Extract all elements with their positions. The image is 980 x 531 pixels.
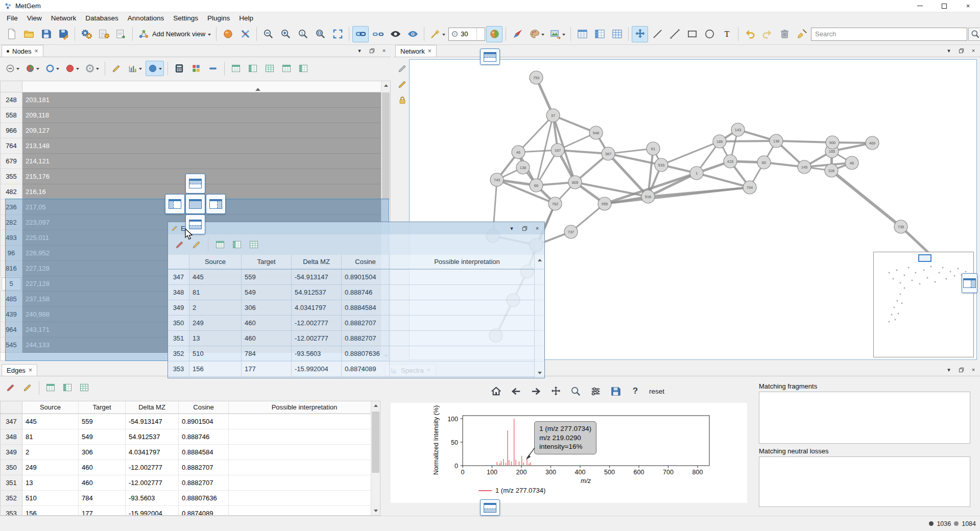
target-cell[interactable]: 306	[242, 300, 292, 316]
add-table-button[interactable]	[574, 26, 590, 42]
dock-float-button[interactable]	[957, 366, 965, 374]
floating-table-row[interactable]: 352 510 784 -93.5603 0.88807636	[168, 346, 544, 361]
dock-close-button[interactable]: ×	[380, 46, 388, 55]
table-view-5-button[interactable]	[296, 61, 311, 76]
forward-button[interactable]	[528, 383, 544, 399]
interpretation-cell[interactable]	[390, 316, 544, 331]
dock-indicator-left[interactable]	[165, 194, 185, 214]
edges-table-row[interactable]: 352 510 784 -93.5603 0.88807636	[1, 491, 380, 506]
magic-selection-button[interactable]	[427, 26, 447, 42]
nodes-table-row[interactable]: 558 209,118	[1, 108, 390, 123]
dock-indicator-top[interactable]	[185, 174, 205, 194]
matching-fragments-box[interactable]	[759, 392, 970, 444]
matching-neutral-losses-box[interactable]	[759, 456, 970, 507]
delta-mz-cell[interactable]: -12.002777	[126, 475, 179, 491]
merge-table-button[interactable]	[591, 26, 608, 42]
row-header[interactable]: 352	[168, 346, 189, 361]
show-items-button[interactable]	[404, 26, 421, 42]
search-input[interactable]	[811, 28, 967, 41]
run-process-button[interactable]	[78, 26, 94, 42]
floating-table-row[interactable]: 351 13 460 -12.002777 0.8882707	[168, 331, 544, 346]
table-view-3-button[interactable]	[246, 237, 261, 252]
search-button[interactable]	[968, 28, 980, 41]
interpretation-cell[interactable]	[229, 460, 380, 475]
draw-text-button[interactable]	[719, 26, 735, 42]
edges-table-header[interactable]: Source Target Delta MZ Cosine Possible i…	[1, 401, 380, 414]
menu-help[interactable]: Help	[234, 13, 258, 23]
dock-close-button[interactable]: ×	[969, 46, 977, 55]
dock-indicator-right[interactable]	[206, 194, 226, 214]
dock-indicator-screen-right[interactable]	[962, 273, 977, 293]
nodes-table-row[interactable]: 679 214,121	[1, 154, 390, 169]
tools-button[interactable]	[237, 26, 253, 42]
interpretation-cell[interactable]	[390, 346, 544, 361]
menu-file[interactable]: File	[2, 13, 22, 23]
delta-mz-cell[interactable]: -12.002777	[292, 331, 342, 346]
table-view-2-button[interactable]	[60, 380, 75, 395]
target-cell[interactable]: 460	[242, 331, 292, 346]
pie-colors-button[interactable]	[23, 61, 41, 76]
row-header[interactable]: 353	[168, 361, 189, 377]
tab-network[interactable]: Network ×	[395, 45, 437, 57]
pan-mode-button[interactable]	[632, 26, 648, 42]
home-button[interactable]	[488, 383, 504, 399]
cosine-cell[interactable]: 0.8874089	[179, 506, 229, 516]
interpretation-cell[interactable]	[229, 414, 380, 429]
cosine-cell[interactable]: 0.8882707	[179, 475, 229, 491]
reset-button[interactable]: reset	[647, 388, 666, 395]
row-header[interactable]: 482	[1, 184, 22, 200]
interpretation-cell[interactable]	[390, 285, 544, 300]
cosine-cell[interactable]: 0.8901504	[179, 414, 229, 429]
cosine-cell[interactable]: 0.8901504	[342, 270, 390, 285]
row-header[interactable]: 349	[168, 300, 189, 316]
interpretation-cell[interactable]	[390, 361, 544, 377]
edit-pencil-button[interactable]	[395, 61, 410, 75]
fullscreen-button[interactable]	[329, 26, 346, 42]
floating-table-row[interactable]: 348 81 549 54.912537 0.888746	[168, 285, 544, 300]
back-button[interactable]	[508, 383, 524, 399]
save-project-button[interactable]	[38, 26, 54, 42]
cosine-cell[interactable]: 0.88807636	[179, 491, 229, 506]
source-cell[interactable]: 249	[22, 460, 79, 475]
edges-table-row[interactable]: 351 13 460 -12.002777 0.8882707	[1, 475, 380, 491]
mz-cell[interactable]: 213,148	[22, 138, 390, 154]
open-project-button[interactable]	[20, 26, 37, 42]
column-header-source[interactable]: Source	[22, 401, 79, 414]
export-table-button[interactable]	[609, 26, 625, 42]
dock-indicator-screen-bottom[interactable]	[480, 499, 500, 516]
delta-mz-cell[interactable]: -12.002777	[292, 316, 342, 331]
cosine-cell[interactable]: 0.8882707	[179, 460, 229, 475]
target-cell[interactable]: 559	[242, 270, 292, 285]
row-header[interactable]: 351	[1, 475, 22, 491]
floating-table-row[interactable]: 349 2 306 4.0341797 0.8884584	[168, 300, 544, 316]
row-header[interactable]: 558	[1, 108, 22, 123]
menu-network[interactable]: Network	[46, 13, 81, 23]
nodes-table-row[interactable]: 248 203,181	[1, 92, 390, 108]
set-node-size-button[interactable]	[83, 61, 101, 76]
floating-table-scrollbar[interactable]	[534, 255, 544, 378]
delta-mz-cell[interactable]: -12.002777	[126, 460, 179, 475]
mz-cell[interactable]: 209,127	[22, 123, 390, 138]
delta-mz-cell[interactable]: -15.992004	[292, 361, 342, 377]
scroll-up-icon[interactable]	[371, 401, 380, 410]
highlight-button[interactable]	[109, 61, 124, 76]
scroll-down-icon[interactable]	[535, 369, 544, 377]
help-button[interactable]: ?	[628, 383, 643, 399]
row-header[interactable]: 347	[1, 414, 22, 429]
target-cell[interactable]: 784	[242, 346, 292, 361]
dock-menu-button[interactable]: ▾	[945, 366, 953, 374]
source-cell[interactable]: 13	[189, 331, 242, 346]
dock-indicator-screen-top[interactable]	[480, 49, 500, 65]
export-image-button[interactable]	[547, 26, 567, 42]
redo-button[interactable]	[759, 26, 775, 42]
source-cell[interactable]: 81	[189, 285, 242, 300]
mz-cell[interactable]: 203,181	[22, 92, 390, 108]
interpretation-cell[interactable]	[229, 475, 380, 491]
corner-header[interactable]	[168, 255, 189, 269]
column-header-cosine[interactable]: Cosine	[342, 255, 390, 269]
add-network-view-button[interactable]: Add Network view	[136, 26, 213, 42]
edges-table-row[interactable]: 353 156 177 -15.992004 0.8874089	[1, 506, 380, 516]
column-header-delta-mz[interactable]: Delta MZ	[292, 255, 342, 269]
zoom-fit-button[interactable]	[312, 26, 328, 42]
table-view-1-button[interactable]	[43, 380, 58, 395]
